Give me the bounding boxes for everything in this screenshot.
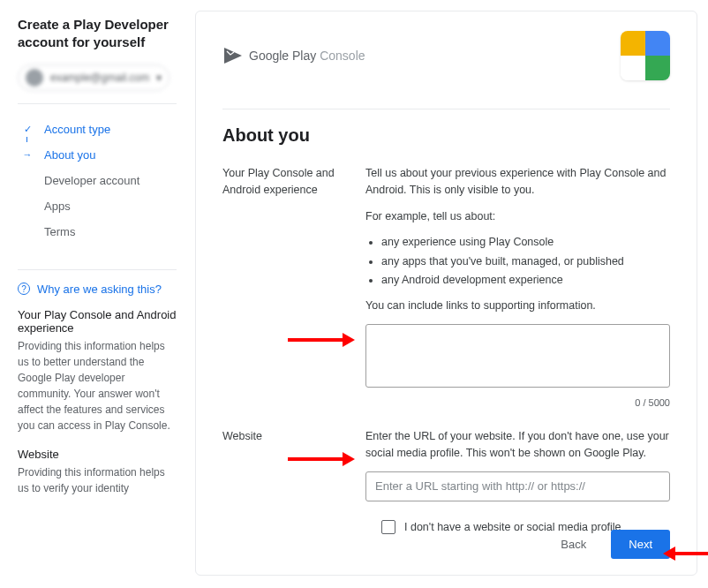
footer-actions: Back Next [550,530,670,559]
step-nav: ✓ Account type → About you Developer acc… [18,117,177,245]
play-triangle-icon [222,48,242,64]
why-asking-link[interactable]: ? Why are we asking this? [18,283,177,296]
arrow-right-icon: → [21,149,34,160]
next-button[interactable]: Next [611,530,670,559]
card-header: Google Play Console [222,31,670,80]
website-desc: Enter the URL of your website. If you do… [365,428,670,463]
experience-label: Your Play Console and Android experience [222,165,344,411]
experience-intro: Tell us about your previous experience w… [365,165,670,200]
experience-outro: You can include links to supporting info… [365,298,670,314]
check-icon: ✓ [21,124,34,135]
divider [18,103,177,104]
char-counter: 0 / 5000 [365,396,670,411]
main: Google Play Console About you Your Play … [190,0,708,588]
website-input[interactable] [365,471,670,501]
back-button[interactable]: Back [550,531,597,558]
form-card: Google Play Console About you Your Play … [195,11,697,576]
list-item: any Android development experience [381,272,670,289]
step-about-you[interactable]: → About you [18,142,177,168]
experience-field: Your Play Console and Android experience… [222,165,670,411]
svg-marker-0 [224,48,242,64]
sidebar-title: Create a Play Developer account for your… [18,16,177,52]
help-section-website: Website Providing this information helps… [18,448,177,496]
experience-textarea[interactable] [365,324,670,388]
list-item: any apps that you've built, managed, or … [381,253,670,270]
step-account-type[interactable]: ✓ Account type [18,117,177,142]
account-switcher[interactable]: example@gmail.com ▾ [18,64,169,91]
question-icon: ? [18,283,30,295]
chevron-down-icon: ▾ [156,72,162,84]
page-title: About you [222,125,670,146]
google-play-console-logo: Google Play Console [222,48,365,64]
list-item: any experience using Play Console [381,234,670,251]
step-apps[interactable]: Apps [18,193,177,219]
website-field: Website Enter the URL of your website. I… [222,428,670,536]
account-email: example@gmail.com [50,72,149,84]
divider [222,109,670,109]
avatar [26,69,43,87]
website-label: Website [222,428,344,536]
divider [18,269,177,270]
experience-example-lead: For example, tell us about: [365,208,670,225]
no-website-checkbox[interactable] [381,520,395,534]
experience-bullets: any experience using Play Console any ap… [381,234,670,289]
sidebar: Create a Play Developer account for your… [0,0,190,588]
step-terms[interactable]: Terms [18,219,177,245]
step-connector [26,137,27,142]
help-section-experience: Your Play Console and Android experience… [18,308,177,433]
step-developer-account[interactable]: Developer account [18,168,177,193]
brand-square-icon [621,31,670,80]
